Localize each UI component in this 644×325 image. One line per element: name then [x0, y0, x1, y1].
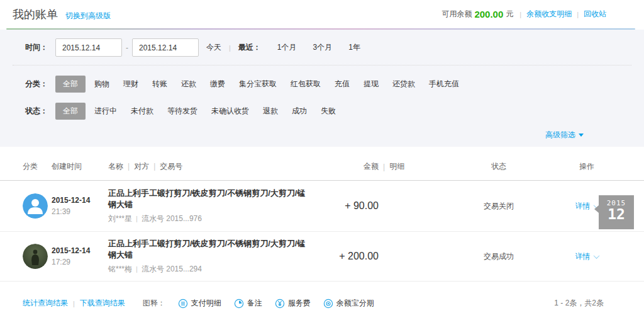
- switch-advanced-link[interactable]: 切换到高级版: [65, 11, 111, 21]
- legend-item-yuebao-installment: 余额宝分期: [323, 298, 374, 309]
- time-label: 时间：: [25, 42, 55, 53]
- legend-item-payment-detail: 支付明细: [178, 298, 221, 309]
- stats-result-link[interactable]: 统计查询结果: [23, 298, 68, 309]
- date-end-input[interactable]: [132, 38, 199, 57]
- category-topup[interactable]: 充值: [335, 79, 350, 89]
- row-amount: + 200.00: [309, 251, 379, 262]
- category-redpacket[interactable]: 红包获取: [291, 79, 321, 89]
- row-time: 17:29: [52, 258, 108, 266]
- detail-link[interactable]: 详情: [575, 251, 599, 262]
- recent-label: 最近：: [238, 42, 261, 53]
- header-amount: 金额: [309, 161, 379, 172]
- legend-text: 服务费: [288, 298, 311, 309]
- category-finance[interactable]: 理财: [123, 79, 138, 89]
- note-icon: [234, 299, 244, 309]
- header-status: 状态: [445, 161, 552, 172]
- header-action: 操作: [552, 161, 621, 172]
- download-result-link[interactable]: 下载查询结果: [80, 298, 125, 309]
- category-repay[interactable]: 还款: [181, 79, 196, 89]
- bill-table: 分类 创建时间 名称|对方|交易号 金额|明细 状态 操作 2015-: [0, 147, 644, 282]
- chevron-down-icon: [579, 134, 584, 137]
- topbar: 我的账单 切换到高级版 可用余额 200.00 元 | 余额收支明细 | 回收站: [0, 0, 644, 28]
- photo-avatar: [23, 244, 48, 269]
- advanced-filter-link[interactable]: 高级筛选: [545, 130, 584, 140]
- range-3month-link[interactable]: 3个月: [313, 42, 333, 53]
- status-failed[interactable]: 失败: [321, 106, 336, 117]
- page-title: 我的账单: [13, 7, 58, 22]
- category-loan-repay[interactable]: 还贷款: [392, 79, 415, 89]
- yuebao-installment-icon: [323, 299, 333, 309]
- legend-item-note: 备注: [234, 298, 262, 309]
- row-serial: 流水号 2015...294: [142, 265, 202, 273]
- separator: |: [136, 215, 138, 222]
- time-filter-row: 时间： - 今天 | 最近： 1个月 3个月 1年: [0, 38, 644, 57]
- result-count: 1 - 2条，共2条: [554, 298, 604, 309]
- separator: |: [136, 265, 138, 273]
- legend-text: 备注: [247, 298, 262, 309]
- balance-label: 可用余额: [441, 9, 472, 20]
- category-jifenbao[interactable]: 集分宝获取: [239, 79, 277, 89]
- payment-detail-icon: [178, 299, 188, 309]
- date-badge[interactable]: 2015 12: [599, 195, 634, 229]
- row-title: 正品上利手工锻打剪刀/铁皮剪刀/不锈钢剪刀/大剪刀/锰钢大锚: [108, 238, 309, 261]
- separator: |: [577, 11, 579, 18]
- row-time: 21:39: [52, 207, 108, 216]
- detail-link-label: 详情: [575, 251, 591, 262]
- separator: |: [229, 44, 231, 52]
- legend-label: 图释：: [143, 298, 165, 309]
- range-1month-link[interactable]: 1个月: [277, 42, 297, 53]
- legend-text: 余额宝分期: [336, 298, 374, 309]
- balance-unit: 元: [506, 9, 513, 20]
- service-fee-icon: [275, 299, 285, 309]
- header-name-group: 名称|对方|交易号: [108, 161, 309, 172]
- category-mobile-topup[interactable]: 手机充值: [429, 79, 459, 89]
- legend-text: 支付明细: [191, 298, 221, 309]
- range-1year-link[interactable]: 1年: [348, 42, 360, 53]
- balance-detail-link[interactable]: 余额收支明细: [526, 9, 572, 20]
- category-label: 分类：: [25, 79, 55, 89]
- status-refund[interactable]: 退款: [263, 106, 278, 117]
- separator: |: [153, 162, 155, 171]
- status-inprogress[interactable]: 进行中: [94, 106, 117, 117]
- status-label: 状态：: [25, 106, 55, 117]
- category-filter-row: 分类： 全部 购物 理财 转账 还款 缴费 集分宝获取 红包获取 充值 提现 还…: [0, 76, 644, 93]
- table-header-row: 分类 创建时间 名称|对方|交易号 金额|明细 状态 操作: [0, 153, 644, 181]
- category-shopping[interactable]: 购物: [94, 79, 109, 89]
- detail-link-label: 详情: [575, 201, 591, 212]
- header-created: 创建时间: [52, 161, 108, 172]
- header-amount-group: 金额|明细: [309, 161, 410, 172]
- filter-panel: 时间： - 今天 | 最近： 1个月 3个月 1年 分类： 全部 购物 理财 转…: [0, 30, 644, 147]
- row-serial: 流水号 2015...976: [142, 214, 202, 223]
- header-party: 对方: [134, 162, 149, 171]
- date-range-dash: -: [126, 43, 128, 52]
- today-link[interactable]: 今天: [206, 42, 221, 53]
- row-status: 交易成功: [445, 251, 552, 262]
- separator: |: [128, 162, 130, 171]
- status-awaiting-shipment[interactable]: 等待发货: [167, 106, 197, 117]
- separator: |: [73, 300, 75, 307]
- row-date: 2015-12-14: [52, 246, 108, 255]
- recycle-bin-link[interactable]: 回收站: [584, 9, 606, 20]
- row-date: 2015-12-14: [52, 196, 108, 205]
- status-unconfirmed[interactable]: 未确认收货: [211, 106, 249, 117]
- badge-arrow-icon: [594, 205, 599, 213]
- separator: |: [383, 162, 385, 171]
- header-name: 名称: [108, 162, 123, 171]
- category-withdraw[interactable]: 提现: [364, 79, 379, 89]
- balance-value: 200.00: [474, 9, 503, 20]
- status-success[interactable]: 成功: [292, 106, 307, 117]
- badge-month: 12: [599, 207, 634, 221]
- date-start-input[interactable]: [55, 38, 122, 57]
- advanced-filter-label: 高级筛选: [545, 130, 575, 140]
- category-all-selected[interactable]: 全部: [55, 76, 86, 93]
- category-bills[interactable]: 缴费: [210, 79, 225, 89]
- category-transfer[interactable]: 转账: [152, 79, 167, 89]
- my-bill-page: 我的账单 切换到高级版 可用余额 200.00 元 | 余额收支明细 | 回收站…: [0, 0, 644, 309]
- status-unpaid[interactable]: 未付款: [131, 106, 153, 117]
- row-title: 正品上利手工锻打剪刀/铁皮剪刀/不锈钢剪刀/大剪刀/锰钢大锚: [108, 188, 309, 210]
- status-all-selected[interactable]: 全部: [55, 103, 86, 120]
- chevron-down-icon: [593, 253, 599, 259]
- row-subline: 铭***梅|流水号 2015...294: [108, 264, 309, 275]
- row-amount: + 90.00: [309, 200, 379, 212]
- dotted-divider: [13, 65, 631, 66]
